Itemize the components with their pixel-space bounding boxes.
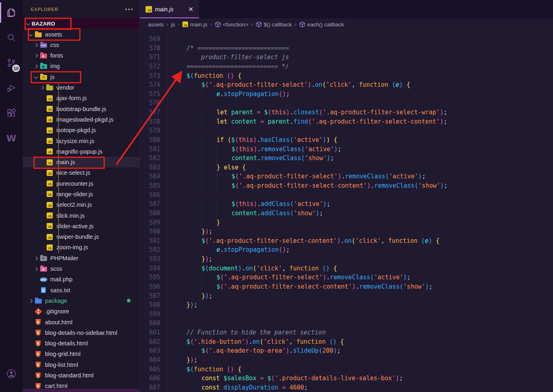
js-icon: JS xyxy=(45,148,54,155)
close-icon[interactable]: ✕ xyxy=(186,5,195,14)
tree-item-blog-grid-html[interactable]: 5blog-grid.html xyxy=(23,349,139,359)
breadcrumb-item-$-callback[interactable]: $() callback xyxy=(256,21,292,28)
source-control-icon[interactable]: 10 xyxy=(0,50,23,75)
symbol-cube-icon xyxy=(256,21,262,28)
chevron-none-icon xyxy=(39,244,45,251)
code-line-602: 602$('.hide-button').on('click', functio… xyxy=(140,337,553,347)
sidebar-horizontal-scrollbar[interactable] xyxy=(23,389,139,392)
code-text: $('.aq-product-filter-select').removeCla… xyxy=(216,273,411,282)
tree-item-swiper-bundle-js[interactable]: JSswiper-bundle.js xyxy=(23,231,139,242)
indent-guide xyxy=(201,172,202,181)
code-line-597: 597}); xyxy=(140,291,553,301)
chevron-none-icon xyxy=(39,116,45,123)
line-number: 606 xyxy=(140,374,160,383)
breadcrumb-label: main.js xyxy=(190,21,208,28)
tree-item--gitignore[interactable]: .gitignore xyxy=(23,306,139,317)
tree-item-vendor[interactable]: vendor xyxy=(23,82,139,93)
tree-item-mail-php[interactable]: phpmail.php xyxy=(23,274,139,285)
tree-item-blog-list-html[interactable]: 5blog-list.html xyxy=(23,360,139,370)
tree-item-fonts[interactable]: fonts xyxy=(23,50,139,61)
txt-icon xyxy=(39,287,47,293)
tree-item-label: mail.php xyxy=(50,276,73,283)
tree-item-main-js[interactable]: JSmain.js xyxy=(23,157,139,167)
chevron-down-icon xyxy=(28,31,34,38)
tree-item-label: isotope-pkgd.js xyxy=(56,127,96,133)
code-line-603: 603$('.aq-header-top-area').slideUp(200)… xyxy=(140,346,553,356)
chevron-none-icon xyxy=(28,383,34,389)
tree-item-css[interactable]: css xyxy=(23,40,139,50)
code-text: // Function to hide the parent section xyxy=(186,328,326,337)
explorer-icon[interactable] xyxy=(0,0,23,25)
tab-main-js[interactable]: JS main.js ✕ xyxy=(140,0,199,18)
chevron-right-icon xyxy=(33,63,39,69)
code-line-579: 579 xyxy=(140,126,553,135)
code-editor[interactable]: 569570/* =========================571 pr… xyxy=(140,30,553,392)
tree-item-purecounter-js[interactable]: JSpurecounter.js xyxy=(23,178,139,189)
js-icon: JS xyxy=(45,223,54,229)
tree-item-lazysize-min-js[interactable]: JSlazysize.min.js xyxy=(23,135,139,146)
tree-item-js[interactable]: js xyxy=(23,72,139,82)
tree-item-range-slider-js[interactable]: JSrange-slider.js xyxy=(23,189,139,199)
tree-item-slick-min-js[interactable]: JSslick.min.js xyxy=(23,210,139,221)
symbol-cube-icon xyxy=(215,21,221,28)
tree-item-select2-min-js[interactable]: JSselect2.min.js xyxy=(23,199,139,210)
tree-item-ajax-form-js[interactable]: JSajax-form.js xyxy=(23,93,139,103)
breadcrumb-label: $() callback xyxy=(264,21,292,28)
breadcrumb-separator: › xyxy=(251,21,253,27)
line-number: 575 xyxy=(140,90,160,99)
tree-item-img[interactable]: img xyxy=(23,61,139,71)
tree-item-sass-txt[interactable]: sass.txt xyxy=(23,285,139,296)
chevron-none-icon xyxy=(39,191,45,197)
tree-item-phpmailer[interactable]: PHPMailer xyxy=(23,253,139,263)
tree-item-blog-details-no-sidebar-html[interactable]: 5blog-details-no-sidebar.html xyxy=(23,328,139,338)
code-line-583: 583} else { xyxy=(140,163,553,172)
tree-item-zoom-img-js[interactable]: JSzoom-img.js xyxy=(23,242,139,253)
more-actions-icon[interactable]: ••• xyxy=(125,8,134,11)
chevron-none-icon xyxy=(39,201,45,208)
code-line-588: 588content.addClass('show'); xyxy=(140,209,553,218)
tree-item-assets[interactable]: assets xyxy=(23,29,139,39)
tree-item-blog-details-html[interactable]: 5blog-details.html xyxy=(23,338,139,349)
tree-item-bootstrap-bundle-js[interactable]: JSbootstrap-bundle.js xyxy=(23,103,139,114)
breadcrumb-item-js[interactable]: js xyxy=(171,21,175,28)
breadcrumb-item-each-callback[interactable]: each() callback xyxy=(299,21,344,28)
tree-item-label: blog-details.html xyxy=(45,340,88,347)
code-text: /* ========================= xyxy=(186,44,289,53)
code-line-578: 578let content = parent.find('.aq-produc… xyxy=(140,117,553,126)
tree-item-nice-select-js[interactable]: JSnice-select.js xyxy=(23,167,139,178)
code-text: $('.aq-product-filter-select').on('click… xyxy=(201,80,410,90)
chevron-right-icon xyxy=(33,42,39,48)
extensions-icon[interactable] xyxy=(0,101,23,126)
tree-item-isotope-pkgd-js[interactable]: JSisotope-pkgd.js xyxy=(23,125,139,135)
workspace-root[interactable]: BAZARO xyxy=(23,18,139,29)
indent-guide xyxy=(216,209,217,218)
folder-img-icon xyxy=(39,63,47,69)
html-icon: 5 xyxy=(34,362,42,368)
tree-item-slider-active-js[interactable]: JSslider-active.js xyxy=(23,221,139,231)
w-extension-icon[interactable]: W xyxy=(0,126,23,151)
search-icon[interactable] xyxy=(0,25,23,50)
breadcrumb-item-assets[interactable]: assets xyxy=(148,21,164,28)
tree-item-blog-standard-html[interactable]: 5blog-standard.html xyxy=(23,370,139,381)
chevron-none-icon xyxy=(39,95,45,101)
html-icon: 5 xyxy=(34,351,42,357)
account-icon[interactable] xyxy=(0,361,23,386)
tree-item-imagesloaded-pkgd-js[interactable]: JSimagesloaded-pkgd.js xyxy=(23,114,139,125)
folder-css-icon xyxy=(39,42,47,48)
code-line-574: 574$('.aq-product-filter-select').on('cl… xyxy=(140,80,553,90)
js-icon: JS xyxy=(45,127,54,133)
line-number: 588 xyxy=(140,209,160,218)
tree-item-label: blog-grid.html xyxy=(45,351,81,357)
tree-item-about-html[interactable]: 5about.html xyxy=(23,317,139,327)
tree-item-magnific-popup-js[interactable]: JSmagnific-popup.js xyxy=(23,146,139,157)
tree-item-label: imagesloaded-pkgd.js xyxy=(56,116,114,123)
tree-item-package[interactable]: package xyxy=(23,296,139,306)
tree-item-scss[interactable]: scss xyxy=(23,263,139,274)
code-text: if ($(this).hasClass('active')) { xyxy=(216,135,337,145)
breadcrumb-item--function-[interactable]: <function> xyxy=(215,21,249,28)
code-line-600: 600 xyxy=(140,319,553,328)
tree-item-label: js xyxy=(50,74,54,80)
breadcrumb-item-main-js[interactable]: JSmain.js xyxy=(182,21,208,28)
run-debug-icon[interactable] xyxy=(0,75,23,101)
code-line-592: 592e.stopPropagation(); xyxy=(140,245,553,255)
